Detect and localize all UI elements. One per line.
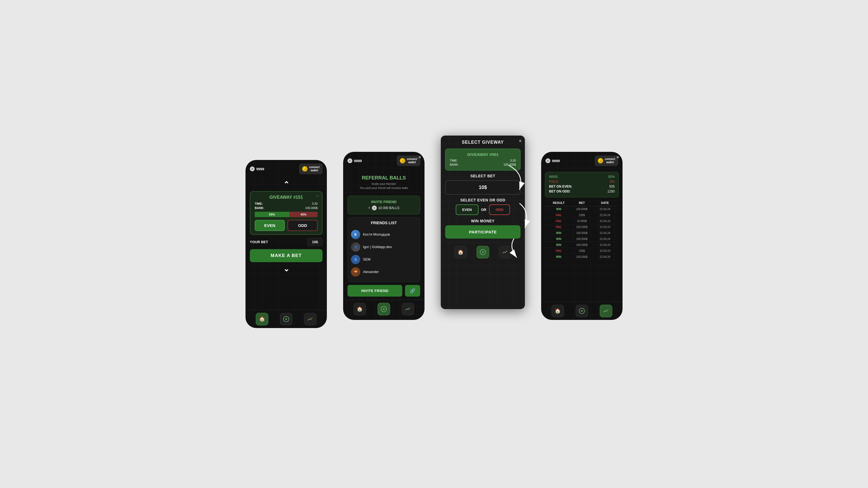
invite-friend-button[interactable]: INVITE FRIEND	[347, 285, 402, 297]
odd-btn-3[interactable]: ODD	[489, 204, 510, 215]
nav-exchange-btn-3[interactable]	[476, 246, 489, 258]
giveway-option-title: GIVEAWAY #001	[450, 152, 516, 157]
bottom-nav-1: 🏠	[246, 310, 327, 328]
bet-amount: 10$	[307, 238, 322, 246]
row-9-result: WIN	[547, 255, 570, 258]
nav-home-btn-2[interactable]: 🏠	[353, 303, 366, 315]
bet-row: YOUR BET 10$	[250, 238, 322, 246]
progress-even: 55%	[255, 212, 289, 217]
progress-odd: 45%	[289, 212, 318, 217]
row-7-date: 22.04.24	[593, 243, 617, 247]
row-6-date: 22.04.24	[593, 237, 617, 240]
bet-odd-row: BET ON ODD: 1250	[549, 190, 615, 193]
close-btn-4[interactable]: ×	[616, 155, 619, 160]
svg-line-11	[507, 251, 507, 252]
bottom-nav-2: 🏠	[343, 300, 425, 318]
nav-chart-btn-3[interactable]	[499, 246, 511, 258]
table-row: FAIL 100$ 22.04.24	[545, 212, 619, 218]
balance-value-1: 9999	[256, 167, 264, 171]
balance-value-4: 9999	[552, 159, 560, 163]
giveway-bank-row: BANK: 100.000$	[450, 163, 516, 166]
stats-box: WINS: 92% FAILS: 8% BET ON EVEN: 505 BET…	[545, 172, 619, 197]
friend-avatar-3: S	[351, 255, 360, 264]
nav-home-btn-1[interactable]: 🏠	[256, 313, 268, 325]
your-bet-label: YOUR BET	[250, 240, 268, 244]
close-btn-3[interactable]: ×	[519, 138, 522, 144]
friend-item-4: 🌄 Alexander	[351, 266, 416, 278]
row-4-date: 22.04.24	[593, 226, 617, 229]
bet-buttons: EVEN ODD	[255, 220, 318, 231]
connect-wallet-btn-1[interactable]: 💰 connectwallet	[299, 164, 322, 174]
even-button[interactable]: EVEN	[255, 220, 285, 231]
referral-subtitle-2: You and your friend will receive balls	[360, 186, 408, 190]
friend-item-2: 👤 Igor | Goldapp.dev.	[351, 241, 416, 253]
nav-down-arrow[interactable]: ⌄	[283, 262, 289, 275]
friend-item-3: S SEM	[351, 253, 416, 266]
progress-bar: 55% 45%	[255, 212, 318, 217]
fails-value: 8%	[610, 180, 615, 184]
bank-row: BANK: 100.000$	[255, 206, 318, 209]
copy-link-button[interactable]: 🔗	[405, 285, 420, 297]
balance-display-4: ● 9999	[546, 158, 560, 163]
col-date: DATE	[593, 201, 617, 204]
bottom-nav-3: 🏠	[445, 243, 521, 261]
table-row: FAIL 100$ 22.04.24	[545, 248, 619, 254]
row-5-bet: 100.000$	[570, 231, 593, 234]
odd-button[interactable]: ODD	[287, 220, 318, 231]
row-6-result: WIN	[547, 237, 570, 240]
wins-label: WINS:	[549, 175, 558, 178]
friend-name-3: SEM	[363, 257, 371, 261]
even-btn-3[interactable]: EVEN	[456, 204, 478, 215]
time-label: TIME:	[255, 202, 263, 205]
select-giveway-title: SELECT GIVEWAY	[445, 140, 521, 145]
close-btn-2[interactable]: ×	[418, 155, 421, 160]
bet-odd-value: 1250	[607, 190, 615, 193]
nav-chart-btn-2[interactable]	[402, 303, 414, 315]
row-2-result: FAIL	[547, 214, 570, 217]
bet-even-value: 505	[609, 185, 615, 188]
participate-button[interactable]: PARTICIPATE	[445, 225, 521, 238]
nav-chart-btn-1[interactable]	[304, 313, 316, 325]
win-money-title: WIN MONEY	[445, 219, 521, 223]
giveway-time-row: TIME: 3:20	[450, 159, 516, 162]
nav-exchange-btn-2[interactable]	[378, 303, 390, 315]
make-bet-button[interactable]: MAKE A BET	[250, 249, 322, 262]
phone-1-content: ⌃ ⋯ GIVEAWAY #151 TIME: 3:20 BANK: 100.0…	[246, 178, 327, 310]
row-3-bet: 10.000$	[570, 220, 593, 223]
even-odd-row: EVEN OR ODD	[445, 204, 521, 215]
nav-home-btn-4[interactable]: 🏠	[552, 305, 564, 317]
row-9-bet: 100.000$	[570, 255, 593, 258]
giveway-time-label: TIME:	[450, 159, 458, 162]
table-row: FAIL 10.000$ 22.04.24	[545, 218, 619, 224]
select-bet-title: SELECT BET	[445, 174, 521, 178]
row-9-date: 22.04.24	[593, 255, 617, 258]
giveway-option-1[interactable]: GIVEAWAY #001 TIME: 3:20 BANK: 100.000$	[445, 149, 521, 170]
bet-input[interactable]: 10$	[445, 180, 521, 195]
coin-icon-2: ●	[347, 158, 352, 163]
row-3-result: FAIL	[547, 220, 570, 223]
gold-coin-icon-4: 💰	[598, 158, 603, 163]
connect-wallet-btn-2[interactable]: 💰 connectwallet	[397, 156, 420, 166]
friend-avatar-4: 🌄	[351, 267, 360, 276]
table-row: WIN 100.000$ 22.04.24	[545, 236, 619, 242]
row-3-date: 22.04.24	[593, 220, 617, 223]
table-row: WIN 100.000$ 22.04.24	[545, 254, 619, 260]
gold-coin-icon-1: 💰	[302, 166, 308, 172]
info-icon[interactable]: ⋯	[315, 194, 319, 198]
friend-name-1: Костя Молодцов	[363, 232, 390, 236]
svg-line-7	[410, 308, 410, 308]
time-row: TIME: 3:20	[255, 202, 318, 205]
connect-wallet-btn-4[interactable]: 💰 connectwallet	[595, 156, 618, 166]
nav-exchange-btn-4[interactable]	[576, 305, 588, 317]
stat-fails-row: FAILS: 8%	[549, 180, 615, 184]
row-1-result: WIN	[547, 208, 570, 210]
nav-home-btn-3[interactable]: 🏠	[454, 246, 467, 258]
row-8-bet: 100$	[570, 250, 593, 252]
friend-item-1: К Костя Молодцов	[351, 228, 416, 241]
stat-wins-row: WINS: 92%	[549, 175, 615, 178]
giveway-bank-value: 100.000$	[503, 163, 516, 166]
bet-even-label: BET ON EVEN:	[549, 185, 572, 188]
nav-up-arrow[interactable]: ⌃	[283, 178, 289, 191]
nav-chart-btn-4[interactable]	[600, 305, 612, 317]
nav-exchange-btn-1[interactable]	[280, 313, 292, 325]
